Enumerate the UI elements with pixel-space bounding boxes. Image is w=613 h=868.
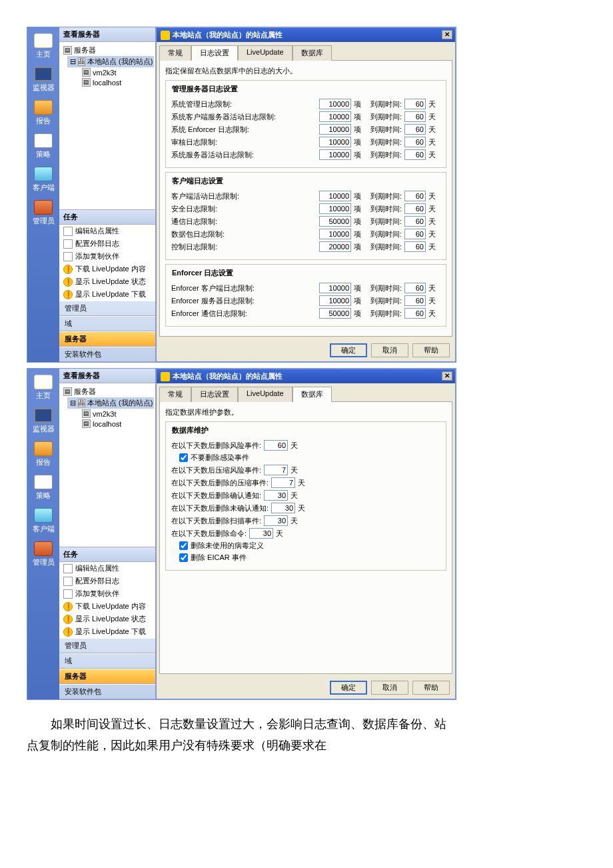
expire-input[interactable] [404, 283, 426, 293]
expire-input[interactable] [404, 295, 426, 306]
limit-input[interactable] [319, 99, 351, 109]
expire-input[interactable] [404, 99, 426, 109]
nav-report[interactable]: 报告 [30, 97, 57, 129]
task-sd[interactable]: ❗显示 LiveUpdate 下载 [59, 288, 155, 301]
nav-monitor[interactable]: 监视器 [30, 405, 57, 437]
tab-1[interactable]: 日志设置 [191, 45, 238, 61]
bottombar-server[interactable]: 服务器 [59, 669, 155, 684]
tab-2[interactable]: LiveUpdate [238, 387, 293, 402]
task-sd[interactable]: ❗显示 LiveUpdate 下载 [59, 625, 155, 638]
expire-input[interactable] [404, 191, 426, 201]
expand-icon[interactable]: ⊟ [70, 57, 76, 66]
task-st[interactable]: ❗显示 LiveUpdate 状态 [59, 275, 155, 288]
days-input[interactable] [264, 490, 288, 501]
days-input[interactable] [249, 528, 273, 539]
nav-home[interactable]: 主页 [30, 30, 57, 62]
tab-0[interactable]: 常规 [159, 387, 191, 402]
log-row: Enforcer 通信日志限制:项到期时间:天 [171, 308, 440, 319]
ok-button[interactable]: 确定 [330, 343, 367, 357]
expire-input[interactable] [404, 241, 426, 252]
nav-report[interactable]: 报告 [30, 438, 57, 470]
bottombar-admin[interactable]: 管理员 [59, 638, 155, 653]
limit-input[interactable] [319, 229, 351, 239]
bottombar-server[interactable]: 服务器 [59, 331, 155, 347]
server-tree[interactable]: ▤服务器 ⊟品本地站点 (我的站点) ▤vm2k3t ▤localhost [59, 383, 155, 547]
limit-input[interactable] [319, 191, 351, 201]
limit-input[interactable] [319, 203, 351, 214]
close-icon[interactable]: ✕ [442, 371, 452, 381]
expire-input[interactable] [404, 149, 426, 160]
task-dl[interactable]: ❗下载 LiveUpdate 内容 [59, 600, 155, 613]
db-checkbox[interactable]: 删除 EICAR 事件 [179, 553, 440, 563]
close-icon[interactable]: ✕ [442, 30, 452, 39]
days-input[interactable] [264, 465, 288, 475]
nav-home[interactable]: 主页 [30, 371, 57, 403]
tree-header: 查看服务器 [59, 369, 155, 383]
checkbox-input[interactable] [179, 453, 188, 462]
tab-1[interactable]: 日志设置 [191, 387, 238, 402]
days-input[interactable] [271, 477, 295, 488]
limit-input[interactable] [319, 111, 351, 122]
host-icon: ▤ [82, 68, 91, 77]
cancel-button[interactable]: 取消 [371, 343, 408, 357]
row-label: 系统 Enforcer 日志限制: [171, 125, 278, 135]
nav-monitor[interactable]: 监视器 [30, 63, 57, 95]
tab-2[interactable]: LiveUpdate [238, 45, 293, 61]
nav-admin[interactable]: 管理员 [30, 197, 57, 229]
expire-input[interactable] [404, 308, 426, 319]
limit-input[interactable] [319, 241, 351, 252]
days-input[interactable] [264, 440, 288, 451]
limit-input[interactable] [319, 295, 351, 306]
help-button[interactable]: 帮助 [412, 681, 450, 695]
limit-input[interactable] [319, 283, 351, 293]
task-dl[interactable]: ❗下载 LiveUpdate 内容 [59, 263, 155, 275]
task-rep[interactable]: 添加复制伙伴 [59, 250, 155, 263]
days-input[interactable] [264, 515, 288, 526]
left-nav: 主页监视器报告策略客户端管理员 [27, 369, 59, 699]
expire-input[interactable] [404, 137, 426, 147]
limit-input[interactable] [319, 216, 351, 227]
db-checkbox[interactable]: 不要删除感染事件 [179, 453, 440, 463]
ok-button[interactable]: 确定 [330, 681, 367, 695]
help-button[interactable]: 帮助 [412, 343, 450, 357]
expire-input[interactable] [404, 229, 426, 239]
nav-client[interactable]: 客户端 [30, 505, 57, 537]
bottombar-domain[interactable]: 域 [59, 653, 155, 669]
limit-input[interactable] [319, 149, 351, 160]
nav-policy[interactable]: 策略 [30, 471, 57, 503]
nav-admin[interactable]: 管理员 [30, 538, 57, 570]
expire-input[interactable] [404, 124, 426, 135]
expire-input[interactable] [404, 111, 426, 122]
task-st[interactable]: ❗显示 LiveUpdate 状态 [59, 613, 155, 625]
expire-input[interactable] [404, 216, 426, 227]
bottombar-admin[interactable]: 管理员 [59, 301, 155, 316]
limit-input[interactable] [319, 137, 351, 147]
tab-3[interactable]: 数据库 [293, 45, 332, 61]
db-checkbox[interactable]: 删除未使用的病毒定义 [179, 541, 440, 551]
bottombar-pkg[interactable]: 安装软件包 [59, 347, 155, 362]
checkbox-input[interactable] [179, 541, 188, 550]
tree-panel: 查看服务器 ▤服务器 ⊟品本地站点 (我的站点) ▤vm2k3t ▤localh… [59, 27, 156, 362]
tab-0[interactable]: 常规 [159, 45, 191, 61]
host-icon: ▤ [82, 78, 91, 87]
server-tree[interactable]: ▤服务器 ⊟品本地站点 (我的站点) ▤vm2k3t ▤localhost [59, 42, 155, 209]
bottombar-pkg[interactable]: 安装软件包 [59, 684, 155, 699]
cancel-button[interactable]: 取消 [371, 681, 408, 695]
expire-input[interactable] [404, 203, 426, 214]
days-input[interactable] [271, 503, 295, 513]
tab-3[interactable]: 数据库 [293, 387, 332, 402]
task-edit[interactable]: 编辑站点属性 [59, 225, 155, 237]
task-icon [63, 252, 73, 261]
limit-input[interactable] [319, 124, 351, 135]
nav-policy[interactable]: 策略 [30, 130, 57, 162]
bottombar-domain[interactable]: 域 [59, 316, 155, 331]
task-ext[interactable]: 配置外部日志 [59, 575, 155, 587]
expand-icon[interactable]: ⊟ [70, 399, 76, 407]
checkbox-input[interactable] [179, 553, 188, 562]
limit-input[interactable] [319, 308, 351, 319]
nav-client[interactable]: 客户端 [30, 163, 57, 195]
dialog-buttons: 确定 取消 帮助 [157, 339, 455, 361]
task-rep[interactable]: 添加复制伙伴 [59, 587, 155, 600]
task-ext[interactable]: 配置外部日志 [59, 237, 155, 250]
task-edit[interactable]: 编辑站点属性 [59, 562, 155, 575]
